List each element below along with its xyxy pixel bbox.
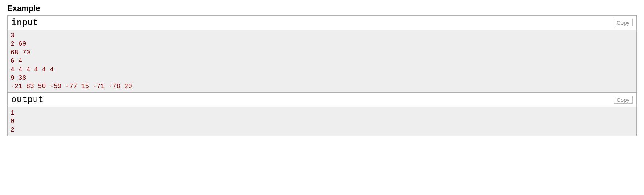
output-header: output Copy: [8, 92, 636, 107]
example-container: input Copy 3 2 69 68 70 6 4 4 4 4 4 4 4 …: [7, 15, 637, 136]
input-label: input: [11, 18, 38, 28]
output-content: 1 0 2: [8, 107, 636, 136]
example-title: Example: [7, 4, 637, 13]
input-header: input Copy: [8, 16, 636, 30]
output-label: output: [11, 95, 44, 105]
input-content: 3 2 69 68 70 6 4 4 4 4 4 4 4 9 38 -21 83…: [8, 30, 636, 92]
copy-input-button[interactable]: Copy: [614, 19, 633, 26]
copy-output-button[interactable]: Copy: [614, 96, 633, 104]
